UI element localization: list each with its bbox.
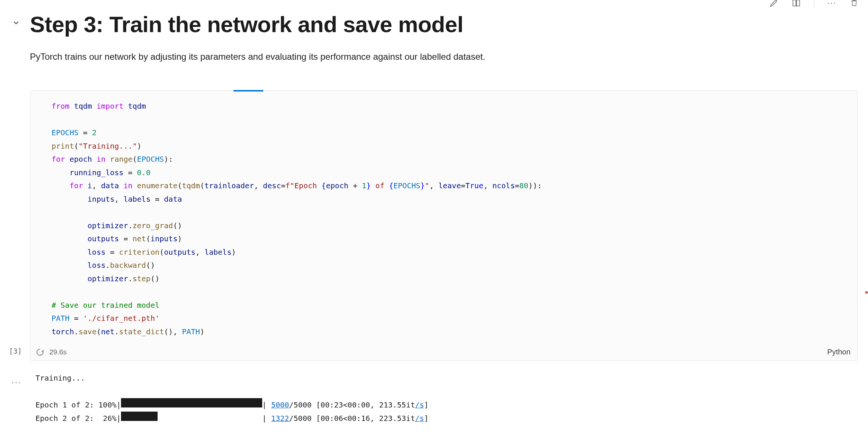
ellipsis-icon[interactable]: ··· (827, 0, 837, 8)
code-editor[interactable]: from tqdm import tqdm EPOCHS = 2 print("… (31, 91, 857, 344)
progress-bar-fill (121, 398, 262, 407)
split-icon[interactable] (791, 0, 801, 8)
running-progress-indicator (233, 90, 263, 92)
cell-output: Training... Epoch 1 of 2: 100%|| 5000/50… (35, 371, 428, 425)
cell-status-bar: 29.6s Python (31, 344, 857, 360)
cell-language[interactable]: Python (827, 347, 850, 357)
execution-count: [3] (9, 346, 22, 357)
chevron-down-icon[interactable] (12, 19, 19, 25)
section-description: PyTorch trains our network by adjusting … (30, 50, 859, 63)
markdown-cell: Step 3: Train the network and save model… (9, 8, 859, 63)
toolbar-separator (814, 0, 814, 8)
output-line: Training... (35, 373, 85, 382)
svg-rect-0 (793, 0, 796, 6)
progress-bar-empty (158, 412, 262, 421)
progress-bar-fill (121, 412, 158, 421)
svg-rect-1 (797, 0, 800, 6)
execution-time: 29.6s (49, 347, 66, 357)
pencil-icon[interactable] (769, 0, 779, 8)
trash-icon[interactable] (849, 0, 859, 8)
code-cell[interactable]: [3] from tqdm import tqdm EPOCHS = 2 pri… (30, 90, 858, 361)
output-line: Epoch 1 of 2: 100%|| 5000/5000 [00:23<00… (35, 400, 428, 409)
output-options-ellipsis[interactable]: ... (12, 375, 22, 387)
minimap-indicator (865, 291, 868, 294)
section-heading: Step 3: Train the network and save model (30, 8, 859, 41)
spinner-icon (36, 348, 44, 356)
output-line: Epoch 2 of 2: 26%|| 1322/5000 [00:06<00:… (35, 414, 428, 423)
cell-toolbar: ··· (769, 0, 859, 6)
